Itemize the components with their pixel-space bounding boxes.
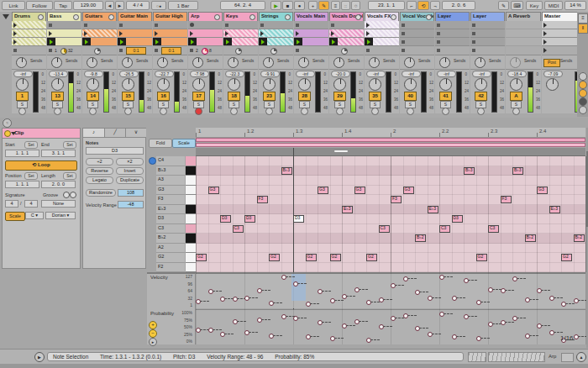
track-activator-button[interactable]: 42 bbox=[475, 92, 487, 101]
clip-record-icon[interactable] bbox=[190, 23, 194, 27]
scale-root-menu[interactable]: C ▾ bbox=[25, 212, 44, 219]
clip-slot[interactable] bbox=[47, 29, 81, 38]
volume-field[interactable]: -20.0 bbox=[331, 71, 350, 77]
send-a-knob[interactable] bbox=[192, 57, 203, 68]
clip-panel-header[interactable]: Clip bbox=[3, 129, 80, 139]
clip-slot[interactable] bbox=[400, 38, 434, 46]
velocity-marker[interactable] bbox=[379, 297, 384, 302]
mixer-section-toggle[interactable] bbox=[579, 97, 587, 106]
midi-note[interactable]: D3 bbox=[452, 215, 463, 223]
track-header[interactable]: Bass bbox=[47, 12, 81, 21]
midi-note[interactable]: G2 bbox=[306, 254, 317, 261]
clip-stop-icon[interactable] bbox=[402, 40, 405, 44]
arm-button[interactable] bbox=[89, 108, 97, 115]
clip-play-icon[interactable] bbox=[13, 39, 17, 45]
track-fold-icon[interactable] bbox=[355, 14, 361, 20]
send-a-knob[interactable] bbox=[298, 57, 309, 68]
scale-toggle[interactable]: Scale bbox=[5, 212, 25, 221]
volume-field[interactable]: -13.4 bbox=[49, 71, 68, 77]
key-label[interactable]: B♭2 bbox=[156, 234, 185, 244]
probability-marker[interactable] bbox=[452, 334, 457, 339]
double-time-button[interactable]: ×2 bbox=[116, 158, 144, 166]
midi-note[interactable]: D3 bbox=[293, 215, 304, 223]
clip-slot[interactable] bbox=[435, 29, 470, 38]
pan-knob[interactable] bbox=[87, 78, 99, 91]
loop-start-field[interactable]: 23. 1. 1 bbox=[368, 1, 405, 10]
track-status-cell[interactable] bbox=[435, 46, 470, 55]
midi-note[interactable]: G3 bbox=[318, 187, 328, 194]
midi-note[interactable]: E♭3 bbox=[428, 206, 438, 213]
send-a-knob[interactable] bbox=[263, 57, 274, 68]
arm-button[interactable] bbox=[512, 108, 520, 115]
track-header[interactable]: Layer bbox=[435, 12, 470, 21]
clip-play-icon[interactable] bbox=[13, 31, 17, 36]
track-stop-icon[interactable] bbox=[155, 49, 158, 52]
probability-marker[interactable] bbox=[476, 336, 481, 341]
track-fold-icon[interactable] bbox=[38, 14, 44, 20]
track-stop-icon[interactable] bbox=[366, 49, 370, 52]
arm-button[interactable] bbox=[160, 108, 167, 115]
computer-midi-keyboard-button[interactable]: ⌨ bbox=[511, 1, 523, 10]
track-header[interactable]: Vocals FX bbox=[365, 12, 399, 21]
session-record-button[interactable]: :: bbox=[341, 1, 350, 10]
track-activator-button[interactable]: 1 bbox=[16, 92, 29, 101]
key-label[interactable]: G3 bbox=[156, 186, 185, 196]
send-a-knob[interactable] bbox=[16, 57, 27, 68]
scrub-area[interactable] bbox=[196, 143, 585, 147]
preview-play-icon[interactable]: ▶ bbox=[34, 352, 45, 362]
midi-note[interactable]: B♭3 bbox=[281, 167, 292, 175]
probability-marker[interactable] bbox=[220, 332, 225, 337]
clip-stop-icon[interactable] bbox=[225, 24, 228, 27]
halve-time-button[interactable]: ÷2 bbox=[86, 158, 113, 166]
volume-field[interactable]: -26.5 bbox=[119, 71, 139, 77]
duplicate-button[interactable]: Duplicate bbox=[116, 176, 144, 184]
lane-expand-button[interactable]: ▸ bbox=[149, 338, 157, 346]
clip-slot[interactable] bbox=[506, 21, 541, 29]
clip-play-icon[interactable] bbox=[191, 39, 194, 45]
piano-key[interactable] bbox=[186, 176, 196, 186]
reverse-button[interactable]: Reverse bbox=[86, 167, 113, 175]
probability-marker[interactable] bbox=[354, 319, 360, 324]
midi-map-button[interactable]: MIDI bbox=[544, 1, 563, 10]
clip-play-icon[interactable] bbox=[331, 31, 334, 36]
clip-play-icon[interactable] bbox=[49, 31, 52, 36]
send-a-knob[interactable] bbox=[404, 57, 415, 68]
loop-button[interactable]: ⟲ bbox=[417, 1, 429, 10]
signature-denominator-field[interactable]: 4 bbox=[24, 200, 38, 208]
stop-all-play-icon[interactable] bbox=[543, 48, 547, 53]
clip-slot[interactable] bbox=[294, 21, 328, 29]
grid-size-label[interactable]: 1/16 bbox=[560, 334, 574, 342]
key-label[interactable]: C4 bbox=[156, 156, 185, 166]
arm-button[interactable] bbox=[336, 108, 344, 115]
piano-key[interactable] bbox=[186, 214, 196, 224]
piano-key[interactable] bbox=[186, 166, 196, 176]
track-header[interactable]: Strings bbox=[259, 12, 293, 21]
midi-note[interactable]: C3 bbox=[439, 225, 450, 233]
clip-slot[interactable] bbox=[118, 29, 152, 38]
volume-field[interactable]: -22.3 bbox=[225, 71, 244, 77]
track-header[interactable]: Guitar Main bbox=[118, 12, 152, 21]
zoom-handle[interactable] bbox=[334, 150, 348, 152]
clip-slot[interactable] bbox=[82, 29, 117, 38]
track-stop-icon[interactable] bbox=[472, 49, 475, 52]
midi-note[interactable]: G2 bbox=[330, 254, 341, 261]
velocity-marker[interactable] bbox=[561, 302, 566, 307]
track-activator-button[interactable]: 35 bbox=[369, 92, 381, 101]
clip-play-icon[interactable] bbox=[225, 31, 228, 36]
clip-stop-icon[interactable] bbox=[472, 40, 475, 44]
clip-slot[interactable] bbox=[118, 21, 152, 29]
clip-slot[interactable] bbox=[223, 29, 258, 38]
clip-slot[interactable] bbox=[470, 21, 505, 29]
clip-play-icon[interactable] bbox=[119, 31, 123, 36]
clip-stop-icon[interactable] bbox=[155, 24, 158, 27]
scale-info-icon[interactable] bbox=[149, 157, 156, 165]
clip-overview-mini[interactable] bbox=[468, 352, 486, 362]
midi-note[interactable]: C3 bbox=[233, 225, 244, 233]
midi-note[interactable]: F3 bbox=[257, 196, 268, 203]
clip-slot[interactable] bbox=[153, 29, 187, 38]
pan-knob[interactable] bbox=[122, 78, 134, 91]
pan-knob[interactable] bbox=[157, 78, 170, 91]
key-label[interactable]: E♭3 bbox=[156, 205, 185, 215]
track-activator-button[interactable]: A bbox=[510, 92, 522, 101]
clip-stop-icon[interactable] bbox=[84, 24, 87, 27]
